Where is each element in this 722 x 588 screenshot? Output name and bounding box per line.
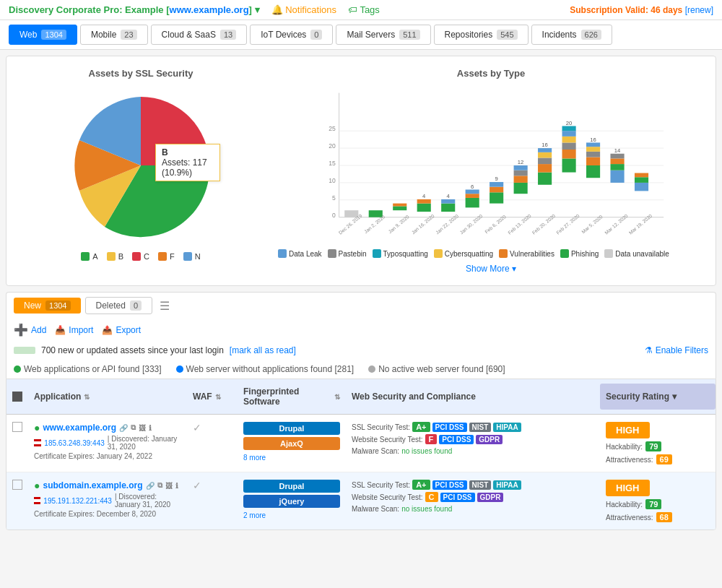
- svg-text:0: 0: [332, 212, 336, 219]
- row1-external-link-icon[interactable]: 🔗: [119, 424, 128, 432]
- sort-fingerprinted-icon[interactable]: ⇅: [334, 393, 340, 401]
- tab-incidents[interactable]: Incidents 626: [531, 25, 612, 45]
- data-table: Application ⇅ WAF ⇅ Fingerprinted Softwa…: [6, 379, 716, 530]
- row1-ajaxq-badge[interactable]: AjaxQ: [243, 437, 340, 450]
- row1-application: ● www.example.org 🔗 ⧉ 🖼 ℹ 185.63.248.39:…: [28, 419, 187, 463]
- tab-repositories-label: Repositories: [445, 30, 493, 40]
- tab-mobile[interactable]: Mobile 23: [80, 25, 148, 45]
- tab-cloud-saas-label: Cloud & SaaS: [162, 30, 216, 40]
- add-button[interactable]: ➕ Add: [14, 323, 46, 337]
- th-security-rating[interactable]: Security Rating ▾: [600, 384, 716, 410]
- tab-incidents-label: Incidents: [542, 30, 577, 40]
- svg-text:Mar 5, 2020: Mar 5, 2020: [580, 214, 604, 234]
- brand-link[interactable]: Discovery Corporate Pro: Example [www.ex…: [9, 4, 260, 15]
- row2-drupal-badge[interactable]: Drupal: [243, 480, 340, 493]
- row2-hackability: Hackability: 79: [606, 499, 661, 509]
- row2-app-sub: 195.191.132.221:443 | Discovered: Januar…: [34, 493, 181, 509]
- brand-domain: www.example.org: [170, 4, 249, 15]
- legend-typosquatting: Typosquatting: [373, 249, 428, 258]
- row2-ip[interactable]: 195.191.132.221:443: [43, 497, 112, 505]
- legend-c-label: C: [144, 252, 149, 261]
- export-button[interactable]: 📤 Export: [102, 325, 141, 335]
- list-tab-new[interactable]: New 1304: [14, 298, 81, 314]
- tab-web[interactable]: Web 1304: [9, 25, 77, 45]
- tab-cloud-saas[interactable]: Cloud & SaaS 13: [151, 25, 248, 45]
- th-application: Application ⇅: [28, 384, 187, 410]
- pie-legend: A B C F N: [18, 252, 264, 261]
- row1-screenshot-icon[interactable]: 🖼: [139, 424, 146, 432]
- tab-repositories[interactable]: Repositories 545: [434, 25, 529, 45]
- row2-screenshot-icon[interactable]: 🖼: [165, 482, 173, 490]
- svg-text:14: 14: [614, 147, 621, 154]
- row1-more-software[interactable]: 8 more: [243, 454, 340, 462]
- row2-external-link-icon[interactable]: 🔗: [146, 482, 155, 490]
- svg-text:9: 9: [495, 176, 498, 182]
- tab-mail-servers[interactable]: Mail Servers 511: [336, 25, 430, 45]
- row2-more-software[interactable]: 2 more: [243, 511, 340, 519]
- legend-pastebin: Pastebin: [328, 249, 367, 258]
- row2-jquery-badge[interactable]: jQuery: [243, 495, 340, 508]
- bar-chart-title: Assets by Type: [278, 68, 704, 79]
- export-label: Export: [116, 325, 141, 335]
- tags-link[interactable]: 🏷 Tags: [348, 4, 380, 15]
- legend-f: F: [158, 252, 175, 261]
- row2-checkbox[interactable]: [12, 480, 22, 490]
- tab-mobile-label: Mobile: [91, 30, 116, 40]
- svg-text:4: 4: [422, 193, 426, 199]
- row1-info-icon[interactable]: ℹ: [149, 424, 152, 432]
- pie-chart-title: Assets by SSL Security: [18, 68, 264, 79]
- legend-typosquatting-dot: [373, 249, 381, 258]
- list-tab-new-badge: 1304: [45, 301, 70, 311]
- row1-app-name[interactable]: ● www.example.org 🔗 ⧉ 🖼 ℹ: [34, 422, 181, 433]
- tab-repositories-badge: 545: [497, 30, 517, 40]
- sort-application-icon[interactable]: ⇅: [84, 393, 90, 401]
- th-checkbox[interactable]: [6, 384, 28, 410]
- svg-rect-39: [538, 152, 552, 158]
- svg-rect-32: [514, 176, 528, 183]
- row1-checkbox[interactable]: [12, 422, 22, 432]
- row1-ip[interactable]: 185.63.248.39:443: [44, 439, 104, 447]
- select-all-checkbox[interactable]: [12, 392, 22, 402]
- row1-status-dot: ●: [34, 422, 40, 433]
- row2-web-label: Website Security Test:: [352, 493, 423, 501]
- row1-drupal-badge[interactable]: Drupal: [243, 422, 340, 435]
- svg-rect-62: [635, 173, 648, 178]
- notifications-link[interactable]: 🔔 Notifications: [271, 4, 336, 15]
- subscription-info: Subscription Valid: 46 days [renew]: [570, 5, 713, 15]
- th-web-security: Web Security and Compliance: [346, 384, 600, 410]
- status-row: Web applications or API found [333] Web …: [6, 360, 716, 379]
- renew-link[interactable]: [renew]: [685, 5, 713, 15]
- svg-rect-23: [466, 198, 479, 207]
- row1-copy-icon[interactable]: ⧉: [131, 423, 136, 432]
- row1-waf-check: ✓: [193, 422, 201, 433]
- export-icon: 📤: [102, 325, 113, 335]
- legend-b-label: B: [118, 252, 123, 261]
- row2-checkbox-cell: [6, 477, 28, 493]
- tab-bar: Web 1304 Mobile 23 Cloud & SaaS 13 IoT D…: [0, 20, 722, 50]
- svg-rect-17: [417, 204, 431, 212]
- row2-web-security: SSL Security Test: A+ PCI DSS NIST HIPAA…: [346, 477, 600, 516]
- legend-vulnerabilities-dot: [499, 249, 508, 258]
- sort-waf-icon[interactable]: ⇅: [215, 393, 221, 401]
- svg-text:15: 15: [329, 160, 336, 167]
- legend-phishing-dot: [560, 249, 569, 258]
- row2-malware-status: no issues found: [401, 505, 452, 513]
- list-menu-icon[interactable]: ☰: [160, 299, 170, 313]
- import-button[interactable]: 📥 Import: [55, 325, 93, 335]
- list-tab-deleted[interactable]: Deleted 0: [85, 297, 153, 314]
- status-web-api: Web applications or API found [333]: [14, 364, 162, 374]
- show-more-link[interactable]: Show More ▾: [466, 264, 516, 274]
- row2-app-name[interactable]: ● subdomain.example.org 🔗 ⧉ 🖼 ℹ: [34, 480, 181, 491]
- sort-security-rating-icon[interactable]: ▾: [672, 392, 677, 402]
- svg-rect-50: [586, 157, 600, 165]
- legend-data-leak-dot: [278, 249, 287, 258]
- update-text: 700 new or updated assets since your las…: [41, 345, 224, 355]
- row2-copy-icon[interactable]: ⧉: [157, 481, 162, 490]
- row2-info-icon[interactable]: ℹ: [175, 482, 178, 490]
- show-more[interactable]: Show More ▾: [278, 264, 704, 274]
- tab-iot-devices[interactable]: IoT Devices 0: [250, 25, 333, 45]
- bar-legend: Data Leak Pastebin Typosquatting Cybersq…: [278, 249, 704, 258]
- filter-button[interactable]: ⚗ Enable Filters: [645, 345, 708, 355]
- mark-all-link[interactable]: [mark all as read]: [230, 345, 296, 355]
- status-no-server-label: No active web server found [690]: [378, 364, 505, 374]
